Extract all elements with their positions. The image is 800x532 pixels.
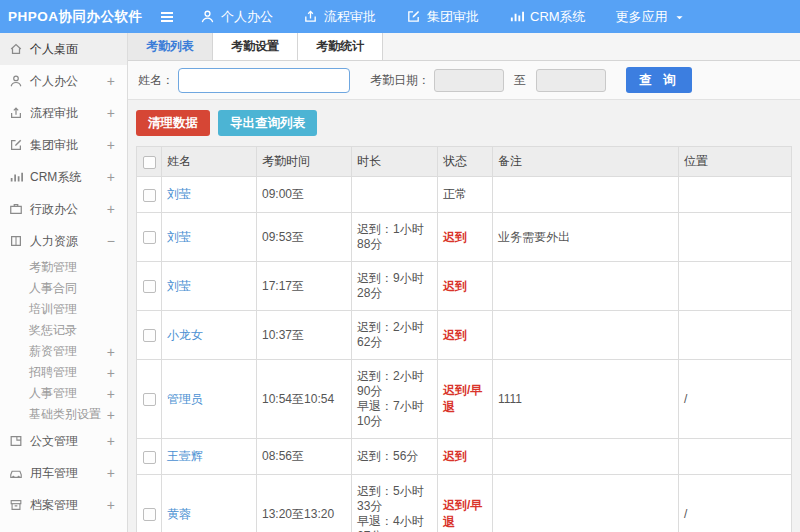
nav-item[interactable]: 更多应用 xyxy=(616,8,685,26)
nav-item[interactable]: 流程审批 xyxy=(303,8,376,26)
employee-name-link[interactable]: 王壹辉 xyxy=(167,449,203,463)
date-to-input[interactable] xyxy=(536,69,606,92)
employee-name-link[interactable]: 刘莹 xyxy=(167,187,191,201)
select-all-checkbox[interactable] xyxy=(143,156,156,169)
sidebar-item-label: 档案管理 xyxy=(30,497,107,514)
duration-cell: 迟到：2小时62分 xyxy=(352,311,438,360)
nav-item[interactable]: CRM系统 xyxy=(509,8,586,26)
table-row: 黄蓉 13:20至13:20 迟到：5小时33分早退：4小时67分 迟到/早退 … xyxy=(137,475,792,532)
column-header: 考勤时间 xyxy=(257,147,352,177)
status-badge: 正常 xyxy=(438,177,493,213)
sidebar-subitem[interactable]: 人事管理+ xyxy=(0,383,127,404)
attendance-time: 08:56至 xyxy=(257,439,352,475)
row-checkbox[interactable] xyxy=(143,451,156,464)
row-checkbox[interactable] xyxy=(143,393,156,406)
status-badge: 迟到 xyxy=(438,439,493,475)
column-header: 状态 xyxy=(438,147,493,177)
sidebar-item-label: 用车管理 xyxy=(30,465,107,482)
expand-toggle-icon: − xyxy=(107,234,115,248)
table-row: 小龙女 10:37至 迟到：2小时62分 迟到 xyxy=(137,311,792,360)
employee-name-link[interactable]: 小龙女 xyxy=(167,328,203,342)
sidebar-item[interactable]: 行政办公+ xyxy=(0,193,127,225)
employee-name-link[interactable]: 刘莹 xyxy=(167,230,191,244)
sidebar-item[interactable]: 档案管理+ xyxy=(0,489,127,521)
location xyxy=(679,311,792,360)
row-checkbox[interactable] xyxy=(143,231,156,244)
export-list-button[interactable]: 导出查询列表 xyxy=(218,110,317,136)
archive-icon xyxy=(9,498,23,512)
expand-toggle-icon: + xyxy=(107,170,115,184)
page-layout: 个人桌面个人办公+流程审批+集团审批+CRM系统+行政办公+人力资源−考勤管理人… xyxy=(0,33,800,532)
nav-item[interactable]: 集团审批 xyxy=(406,8,479,26)
sidebar-item-label: 行政办公 xyxy=(30,201,107,218)
duration-line: 迟到：5小时33分 xyxy=(357,484,432,514)
sidebar-item[interactable]: 流程审批+ xyxy=(0,97,127,129)
sidebar-item[interactable]: 个人办公+ xyxy=(0,65,127,97)
tab[interactable]: 考勤统计 xyxy=(298,33,383,60)
status-badge: 迟到 xyxy=(438,262,493,311)
row-checkbox[interactable] xyxy=(143,280,156,293)
sidebar-subitem-label: 奖惩记录 xyxy=(29,322,115,339)
sidebar-item[interactable]: 集团审批+ xyxy=(0,129,127,161)
chart-icon xyxy=(509,9,524,24)
sidebar-item-label: 个人桌面 xyxy=(30,41,115,58)
status-badge: 迟到/早退 xyxy=(438,360,493,439)
table-body: 刘莹 09:00至 正常 刘莹 09:53至 迟到：1小时88分 迟到 业务需要… xyxy=(137,177,792,532)
sidebar-subitem[interactable]: 薪资管理+ xyxy=(0,341,127,362)
employee-name-link[interactable]: 刘莹 xyxy=(167,279,191,293)
sidebar-subitem[interactable]: 人事合同 xyxy=(0,278,127,299)
nav-item-label: 流程审批 xyxy=(324,8,376,26)
sidebar-item-label: CRM系统 xyxy=(30,169,107,186)
status-badge: 迟到/早退 xyxy=(438,475,493,532)
caret-down-icon xyxy=(674,11,685,22)
sidebar-subitem[interactable]: 培训管理 xyxy=(0,299,127,320)
row-checkbox[interactable] xyxy=(143,329,156,342)
expand-toggle-icon: + xyxy=(107,106,115,120)
sidebar-item[interactable]: 项目管理+ xyxy=(0,521,127,532)
table-row: 刘莹 09:53至 迟到：1小时88分 迟到 业务需要外出 xyxy=(137,213,792,262)
sidebar-subitem[interactable]: 考勤管理 xyxy=(0,257,127,278)
sidebar-submenu: 考勤管理人事合同培训管理奖惩记录薪资管理+招聘管理+人事管理+基础类别设置+ xyxy=(0,257,127,425)
sidebar-subitem[interactable]: 招聘管理+ xyxy=(0,362,127,383)
top-navbar: PHPOA协同办公软件 个人办公流程审批集团审批CRM系统更多应用 xyxy=(0,0,800,33)
duration-cell xyxy=(352,177,438,213)
remark xyxy=(493,311,679,360)
row-checkbox[interactable] xyxy=(143,508,156,521)
sidebar-subitem-label: 基础类别设置 xyxy=(29,406,107,423)
user-icon xyxy=(200,9,215,24)
row-checkbox[interactable] xyxy=(143,189,156,202)
search-button[interactable]: 查 询 xyxy=(626,67,692,93)
expand-toggle-icon: + xyxy=(107,466,115,480)
attendance-time: 09:53至 xyxy=(257,213,352,262)
attendance-time: 17:17至 xyxy=(257,262,352,311)
sidebar-subitem[interactable]: 基础类别设置+ xyxy=(0,404,127,425)
sidebar-subitem-label: 薪资管理 xyxy=(29,343,107,360)
employee-name-link[interactable]: 管理员 xyxy=(167,392,203,406)
clean-data-button[interactable]: 清理数据 xyxy=(136,110,210,136)
edit-icon xyxy=(406,9,421,24)
attendance-time: 13:20至13:20 xyxy=(257,475,352,532)
duration-cell: 迟到：56分 xyxy=(352,439,438,475)
sidebar-subitem[interactable]: 奖惩记录 xyxy=(0,320,127,341)
tab[interactable]: 考勤设置 xyxy=(213,33,298,60)
sidebar-item[interactable]: 个人桌面 xyxy=(0,33,127,65)
sidebar-item[interactable]: CRM系统+ xyxy=(0,161,127,193)
table-row: 管理员 10:54至10:54 迟到：2小时90分早退：7小时10分 迟到/早退… xyxy=(137,360,792,439)
duration-line: 迟到：1小时88分 xyxy=(357,222,432,252)
tab[interactable]: 考勤列表 xyxy=(128,33,213,60)
duration-line: 早退：4小时67分 xyxy=(357,514,432,532)
name-input[interactable] xyxy=(178,68,350,93)
sidebar-item[interactable]: 公文管理+ xyxy=(0,425,127,457)
nav-item[interactable]: 个人办公 xyxy=(200,8,273,26)
date-from-input[interactable] xyxy=(434,69,504,92)
table-row: 刘莹 09:00至 正常 xyxy=(137,177,792,213)
sidebar-item[interactable]: 人力资源− xyxy=(0,225,127,257)
sidebar-item[interactable]: 用车管理+ xyxy=(0,457,127,489)
column-header: 姓名 xyxy=(162,147,257,177)
hamburger-menu-icon[interactable] xyxy=(158,9,178,25)
table-row: 王壹辉 08:56至 迟到：56分 迟到 xyxy=(137,439,792,475)
expand-toggle-icon: + xyxy=(107,345,115,359)
user-icon xyxy=(9,74,23,88)
duration-line: 迟到：2小时90分 xyxy=(357,369,432,399)
employee-name-link[interactable]: 黄蓉 xyxy=(167,507,191,521)
